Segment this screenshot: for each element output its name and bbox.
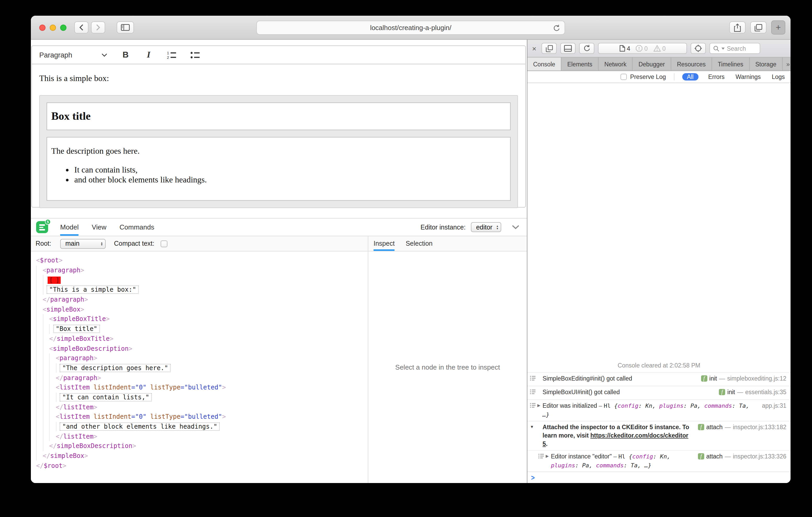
model-tree-node[interactable]: <paragraph> (36, 265, 368, 275)
function-badge-icon: f (719, 389, 725, 395)
back-button[interactable] (74, 22, 88, 33)
inspector-tab-model[interactable]: Model (60, 218, 79, 236)
editor-content[interactable]: This is a simple box: Box title The desc… (32, 64, 525, 208)
model-tree-node[interactable]: </paragraph> (36, 295, 368, 304)
model-tree-node[interactable]: </listItem> (36, 431, 368, 441)
numbered-list-button[interactable]: 12 (167, 51, 177, 59)
model-tree-node[interactable]: <simpleBoxDescription> (36, 343, 368, 353)
source-location-link[interactable]: app.js:31 (762, 401, 786, 410)
disclosure-triangle-icon[interactable]: ▼ (530, 424, 534, 448)
model-tree-node[interactable]: </paragraph> (36, 373, 368, 383)
devtools-tab-storage[interactable]: Storage (750, 58, 783, 70)
resource-status-group[interactable]: 4 0 0 (598, 43, 687, 54)
preserve-log-toggle[interactable]: Preserve Log (621, 74, 666, 80)
model-tree-node[interactable]: <paragraph> (36, 354, 368, 363)
reload-icon[interactable] (553, 24, 560, 32)
simplebox-title[interactable]: Box title (47, 102, 511, 130)
model-tree-node[interactable]: </simpleBoxDescription> (36, 441, 368, 451)
source-location-link[interactable]: simpleboxediting.js:12 (727, 374, 786, 383)
compact-text-label: Compact text: (114, 240, 154, 247)
console-scope-all[interactable]: All (682, 73, 698, 81)
model-tree-node[interactable]: </simpleBoxTitle> (36, 334, 368, 343)
bulleted-list-button[interactable] (191, 51, 200, 59)
inspector-tab-view[interactable]: View (92, 218, 107, 236)
disclosure-triangle-icon[interactable]: ▶ (546, 453, 549, 469)
model-tree-node[interactable]: "Box title" (36, 324, 368, 334)
console-message-text: finit—essentials.js:35SimpleBoxUI#init()… (543, 388, 786, 397)
devtools-tab-timelines[interactable]: Timelines (712, 58, 750, 70)
source-location-link[interactable]: inspector.js:133:326 (733, 452, 786, 460)
zoom-window-button[interactable] (60, 24, 66, 31)
new-tab-button[interactable]: + (771, 20, 785, 34)
console-message[interactable]: ▶fattach—inspector.js:133:326Editor inst… (527, 450, 790, 472)
model-tree-node[interactable]: "It can contain lists," (36, 392, 368, 402)
console-scope-warnings[interactable]: Warnings (734, 73, 762, 81)
tabs-overview-icon (754, 24, 762, 31)
devtools-tab-debugger[interactable]: Debugger (633, 58, 671, 70)
italic-button[interactable]: I (144, 50, 153, 60)
ckeditor-inspector: 5 ModelViewCommands Editor instance: edi… (31, 218, 527, 483)
console-scope-logs[interactable]: Logs (771, 73, 786, 81)
inspector-search-field[interactable]: Search (709, 43, 760, 54)
simplebox-description[interactable]: The description goes here. It can contai… (47, 137, 511, 201)
source-location-link[interactable]: essentials.js:35 (745, 388, 786, 396)
close-inspector-button[interactable]: × (530, 44, 538, 53)
model-tree-node[interactable]: "The description goes here." (36, 363, 368, 373)
minimize-window-button[interactable] (50, 24, 56, 31)
error-count: 0 (636, 45, 648, 52)
inspect-pane-tab-inspect[interactable]: Inspect (374, 236, 395, 251)
model-tree-node[interactable]: </$root> (36, 461, 368, 470)
source-location-link[interactable]: inspector.js:133:182 (733, 423, 786, 431)
close-window-button[interactable] (39, 24, 46, 31)
model-tree-node[interactable]: <listItem listIndent="0" listType="bulle… (36, 412, 368, 422)
description-list: It can contain lists,and other block ele… (51, 165, 506, 185)
model-tree-node[interactable]: </simpleBox> (36, 451, 368, 461)
forward-button[interactable] (91, 22, 105, 33)
inspector-tab-commands[interactable]: Commands (120, 218, 154, 236)
simplebox-widget[interactable]: Box title The description goes here. It … (39, 95, 518, 208)
model-tree-node[interactable]: </listItem> (36, 402, 368, 412)
browser-window: localhost/creating-a-plugin/ + (31, 16, 790, 483)
dock-bottom-button[interactable] (560, 43, 576, 54)
sidebar-icon (121, 24, 130, 31)
model-tree-node[interactable]: <simpleBox> (36, 304, 368, 314)
collapse-inspector-button[interactable] (512, 225, 520, 230)
model-tree-node[interactable]: <simpleBoxTitle> (36, 314, 368, 324)
root-select[interactable]: main ▴▾ (60, 239, 106, 249)
console-message-meta: finit—simpleboxediting.js:12 (701, 374, 786, 383)
search-placeholder: Search (727, 45, 746, 52)
show-tabs-button[interactable] (750, 22, 766, 33)
console-message[interactable]: ▼fattach—inspector.js:133:182Attached th… (527, 421, 790, 450)
devtools-tab-resources[interactable]: Resources (671, 58, 712, 70)
preserve-log-checkbox[interactable] (621, 74, 627, 80)
model-tree-node[interactable]: [ ] (36, 275, 368, 285)
devtools-tab-elements[interactable]: Elements (561, 58, 599, 70)
model-tree-node[interactable]: "and other block elements like headings.… (36, 422, 368, 431)
compact-text-checkbox[interactable] (161, 240, 167, 247)
devtools-tab-network[interactable]: Network (599, 58, 633, 70)
model-tree-node[interactable]: <listItem listIndent="0" listType="bulle… (36, 383, 368, 392)
intro-paragraph: This is a simple box: (39, 74, 518, 83)
console-scope-errors[interactable]: Errors (707, 73, 726, 81)
more-tabs-button[interactable]: » (783, 58, 790, 70)
bold-button[interactable]: B (121, 50, 130, 60)
console-prompt[interactable]: > (527, 472, 790, 483)
detach-inspector-button[interactable] (542, 43, 557, 54)
model-tree-node[interactable]: <$root> (36, 255, 368, 265)
inspector-header: 5 ModelViewCommands Editor instance: edi… (31, 218, 527, 236)
console-message-meta: app.js:31 (762, 401, 786, 410)
share-button[interactable] (729, 22, 746, 33)
traffic-lights (39, 24, 66, 31)
disclosure-triangle-icon[interactable]: ▶ (537, 402, 541, 419)
heading-dropdown[interactable]: Paragraph (39, 51, 107, 59)
element-picker-button[interactable] (691, 43, 706, 54)
editor-instance-select[interactable]: editor ▴▾ (471, 222, 501, 232)
devtools-tab-console[interactable]: Console (527, 58, 561, 70)
reload-page-button[interactable] (579, 43, 594, 54)
inspect-pane-tab-selection[interactable]: Selection (406, 236, 433, 251)
address-bar[interactable]: localhost/creating-a-plugin/ (256, 20, 565, 34)
model-tree-node[interactable]: "This is a simple box:" (36, 285, 368, 295)
sidebar-button[interactable] (117, 22, 134, 33)
console-message[interactable]: ▶app.js:31Editor was initialized – Hl {c… (527, 399, 790, 421)
web-inspector-tab-bar: ConsoleElementsNetworkDebuggerResourcesT… (527, 58, 790, 71)
